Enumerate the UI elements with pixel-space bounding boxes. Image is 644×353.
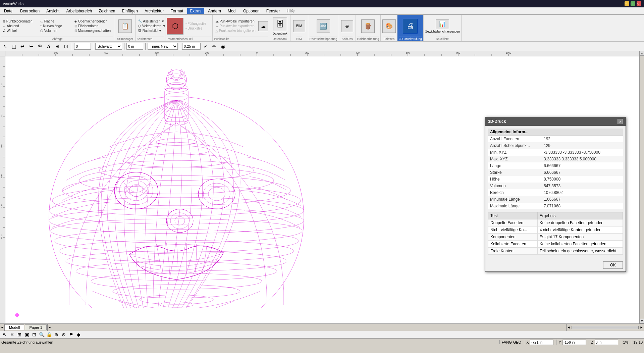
- snap-tool[interactable]: ⊡: [62, 43, 70, 50]
- bt-zoom[interactable]: 🔍: [38, 331, 45, 338]
- btn-kurvenlaenge[interactable]: ~ Kurvenlänge: [39, 24, 72, 28]
- paletten-btn[interactable]: 🎨: [382, 19, 396, 33]
- info-value-6: 8.750000: [542, 176, 623, 183]
- checkmark-tool[interactable]: ✓: [202, 43, 209, 50]
- scroll-up-btn[interactable]: ▲: [640, 51, 644, 56]
- redo-tool[interactable]: ↪: [28, 43, 35, 50]
- info-label-9: Minumale Länge: [488, 196, 542, 203]
- menu-architektur[interactable]: Architektur: [142, 8, 166, 14]
- bt-lock[interactable]: 🔒: [46, 331, 52, 338]
- toolbar-section-parametrisch: ⬡ ▪ Füllungsstile ▪ Druckstile Parametri…: [165, 15, 213, 41]
- btn-vektorisieren[interactable]: ⬡ Vektorisieren ▼: [137, 24, 164, 28]
- y-input[interactable]: [562, 340, 586, 345]
- rechtschreibung-btn[interactable]: 🔤: [317, 19, 330, 33]
- btn-punktkoordinaten[interactable]: ⊕ Punktkoordinaten: [1, 19, 38, 23]
- select-tool[interactable]: ⬚: [10, 43, 17, 50]
- grid-tool[interactable]: ⊞: [54, 43, 61, 50]
- titlebar: VectorWorks − □ ×: [0, 0, 644, 7]
- 3dprint-btn[interactable]: 🖨: [403, 19, 418, 34]
- font-size-input[interactable]: [182, 43, 201, 50]
- dialog-close-btn[interactable]: ×: [618, 119, 623, 124]
- addons-btn[interactable]: ⊕: [341, 20, 353, 32]
- hscroll-right[interactable]: ►: [639, 324, 644, 331]
- info-value-8: 1076.8802: [542, 189, 623, 196]
- holz-btn[interactable]: 🪵: [361, 19, 375, 33]
- bt-flag[interactable]: ⚑: [68, 331, 74, 338]
- btn-druckstile[interactable]: ▪ Druckstile: [184, 26, 211, 31]
- svg-text:400: 400: [356, 52, 360, 54]
- menu-einfuegen[interactable]: Einfügen: [119, 8, 141, 14]
- window-controls[interactable]: − □ ×: [625, 1, 641, 6]
- hscroll-track[interactable]: [572, 326, 639, 329]
- menu-modi[interactable]: Modi: [225, 8, 239, 14]
- info-value-7: 547.3573: [542, 183, 623, 189]
- font-select[interactable]: Times New: [148, 43, 178, 50]
- statusbar: Gesamte Zeichnung auswählen FANG GEO X Y…: [0, 338, 644, 346]
- menu-zeichnen[interactable]: Zeichnen: [96, 8, 118, 14]
- menu-hilfe[interactable]: Hilfe: [284, 8, 297, 14]
- bt-link[interactable]: ⊗: [60, 331, 67, 338]
- menu-optionen[interactable]: Optionen: [240, 8, 262, 14]
- bt-cross[interactable]: ✕: [9, 331, 15, 338]
- line-style-select[interactable]: Schwarz: [95, 43, 122, 50]
- datenbank-btn[interactable]: 🗄 Datenbank: [273, 17, 287, 35]
- tab-modell[interactable]: Modell: [5, 324, 24, 330]
- stilmanager-icon[interactable]: 📋: [118, 19, 132, 33]
- btn-assistenten[interactable]: 🔧 Assistenten ▼: [137, 19, 164, 23]
- zoom-input[interactable]: [74, 43, 91, 50]
- toolbar-section-assistenten: 🔧 Assistenten ▼ ⬡ Vektorisieren ▼ 🖼 Rast…: [136, 15, 165, 41]
- btn-oberflaechenbereich[interactable]: ◈ Oberflächenbereich: [73, 19, 113, 23]
- bt-select[interactable]: ▣: [23, 331, 30, 338]
- btn-winkel[interactable]: ∠ Winkel: [1, 29, 38, 33]
- menu-arbeitsbereich[interactable]: Arbeitsbereich: [63, 8, 95, 14]
- scroll-down-btn[interactable]: ▼: [640, 319, 644, 323]
- canvas-area: .mesh-line { stroke: #cc00cc; stroke-wid…: [5, 56, 639, 323]
- info-row-5: Stärke 6.666667: [488, 169, 623, 176]
- svg-text:300: 300: [0, 144, 3, 148]
- bim-btn[interactable]: BIM: [293, 20, 305, 32]
- pencil-tool[interactable]: ✏: [211, 43, 218, 50]
- btn-abstand[interactable]: ↔ Abstand: [1, 24, 38, 28]
- btn-punktwolke-exportieren[interactable]: ☁ Punktwolke exportieren: [214, 24, 258, 28]
- ok-button[interactable]: OK: [603, 261, 623, 269]
- minimize-btn[interactable]: −: [625, 1, 629, 6]
- btn-punktwolke-triangulieren[interactable]: △ Punktwolke triangulieren: [214, 29, 258, 33]
- close-btn[interactable]: ×: [637, 1, 641, 6]
- eye2-tool[interactable]: ◉: [219, 43, 227, 50]
- line-weight-input[interactable]: [126, 43, 143, 50]
- btn-flaechendaten[interactable]: ⊞ Flächendaten: [73, 24, 113, 28]
- bt-marker[interactable]: ◆: [75, 331, 82, 338]
- gewichtsbericht-btn[interactable]: 📊: [436, 19, 449, 29]
- bt-pointer[interactable]: ↖: [1, 331, 8, 338]
- parametrisches-teil-btn[interactable]: ⬡: [167, 18, 183, 35]
- pointer-tool[interactable]: ↖: [1, 43, 9, 50]
- tab-scroll-right[interactable]: ►: [47, 324, 52, 331]
- btn-punktwolke-importieren[interactable]: ☁ Punktwolke importieren: [214, 19, 258, 23]
- bt-plus[interactable]: ⊕: [53, 331, 60, 338]
- menu-ansicht[interactable]: Ansicht: [44, 8, 62, 14]
- view-tool[interactable]: 👁: [36, 43, 44, 50]
- btn-masseneigenschaften[interactable]: ⊟ Masseneigenschaften: [73, 29, 113, 33]
- btn-volumen[interactable]: ⬡ Volumen: [39, 29, 72, 33]
- hscroll-left[interactable]: ◄: [566, 324, 571, 331]
- tab-paper1[interactable]: Paper 1: [25, 324, 47, 330]
- menu-bearbeiten[interactable]: Bearbeiten: [17, 8, 42, 14]
- tab-scroll-left[interactable]: ◄: [0, 324, 5, 331]
- btn-flaeche[interactable]: ▭ Fläche: [39, 19, 72, 23]
- info-row-1: Anzahl Scheitelpunk... 129: [488, 142, 623, 149]
- menu-aendern[interactable]: Ändern: [205, 8, 224, 14]
- x-input[interactable]: [530, 340, 553, 345]
- bt-move[interactable]: ⊡: [31, 331, 38, 338]
- undo-tool[interactable]: ↩: [19, 43, 26, 50]
- info-label-3: Max. XYZ: [488, 156, 542, 162]
- maximize-btn[interactable]: □: [631, 1, 635, 6]
- btn-fuellungsstile[interactable]: ▪ Füllungsstile: [184, 21, 211, 26]
- menu-datei[interactable]: Datei: [1, 8, 16, 14]
- bt-grid[interactable]: ⊞: [16, 331, 23, 338]
- menu-extras[interactable]: Extras: [187, 8, 204, 14]
- print-tool[interactable]: 🖨: [45, 43, 52, 50]
- menu-format[interactable]: Format: [168, 8, 186, 14]
- menu-fenster[interactable]: Fenster: [264, 8, 283, 14]
- btn-rasterbild[interactable]: 🖼 Rasterbild ▼: [137, 29, 164, 33]
- z-input[interactable]: [595, 340, 618, 345]
